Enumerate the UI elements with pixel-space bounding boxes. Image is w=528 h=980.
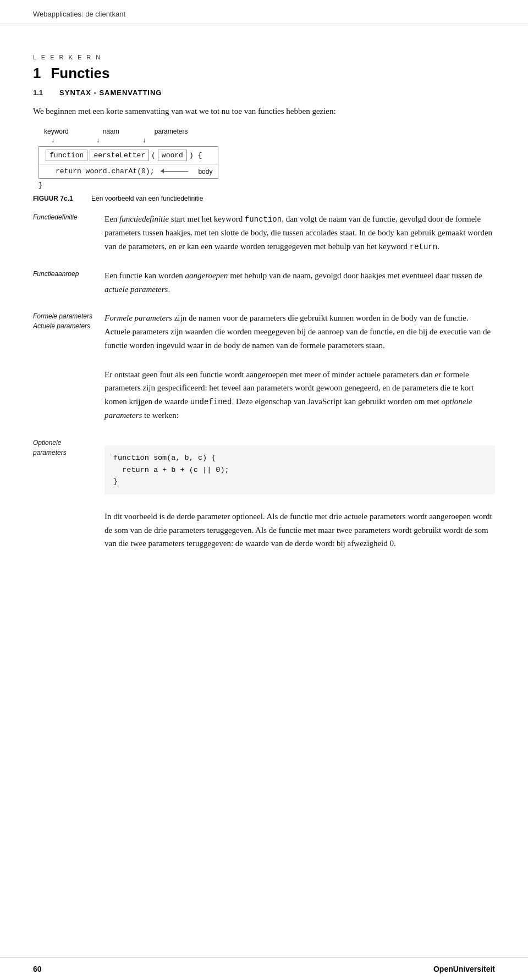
figure-caption: FIGUUR 7c.1 Een voorbeeld van een functi…	[33, 195, 495, 202]
subsection-title: SYNTAX - SAMENVATTING	[59, 89, 162, 97]
code-line-2: return a + b + (c || 0);	[113, 466, 229, 474]
margin-label-optionele2: Optioneleparameters	[33, 438, 105, 502]
section-optionele: Er ontstaat geen fout als een functie wo…	[33, 368, 495, 430]
section-functieaanroep: Functieaanroep Een functie kan worden aa…	[33, 269, 495, 304]
spacer	[0, 566, 528, 957]
function-diagram: keyword naam parameters ↓ ↓ ↓ function e…	[33, 128, 495, 189]
margin-label-optionele	[33, 368, 105, 430]
section-num: 1	[33, 65, 41, 82]
footer-page-number: 60	[33, 965, 42, 973]
page-header: Webapplicaties: de clientkant	[0, 0, 528, 24]
margin-label-formele-actuele: Formele parameters Actuele parameters	[33, 311, 105, 360]
diagram-return-line: return woord.charAt(0);	[56, 167, 154, 175]
code-function: function	[245, 215, 282, 224]
margin-label-functieaanroep: Functieaanroep	[33, 269, 105, 304]
leerkern-label: L E E R K E R N	[33, 54, 495, 60]
full-content: Functiedefinitie Een functiedefinitie st…	[0, 212, 528, 566]
italic-actuele-params: actuele parameters	[105, 285, 168, 294]
section-formele-actuele: Formele parameters Actuele parameters Fo…	[33, 311, 495, 360]
diagram-arrow-left	[161, 171, 188, 172]
diagram-function-kw: function	[46, 150, 87, 161]
margin-optionele-label: Optioneleparameters	[33, 439, 67, 456]
margin-label-functiedefinitie: Functiedefinitie	[33, 212, 105, 261]
diagram-eerste-letter: eersteLetter	[90, 150, 149, 161]
diagram-parameters-arrow: ↓	[142, 136, 146, 144]
footer-brand: OpenUniversiteit	[433, 965, 495, 973]
diagram-naam-arrow: ↓	[96, 136, 100, 144]
section-code-block: Optioneleparameters function som(a, b, c…	[33, 438, 495, 502]
diagram-body-label: body	[198, 168, 212, 175]
optionele-text-para1: Er ontstaat geen fout als een functie wo…	[105, 368, 495, 430]
diagram-keyword-label: keyword	[44, 128, 69, 135]
diagram-close-paren-brace: ) {	[189, 151, 202, 159]
figure-number: FIGUUR 7c.1	[33, 195, 73, 202]
diagram-open-paren: (	[151, 151, 156, 159]
section-final-para: In dit voorbeeld is de derde parameter o…	[33, 510, 495, 558]
code-undefined: undefined	[190, 398, 232, 406]
header-title: Webapplicaties: de clientkant	[33, 10, 125, 18]
code-line-3: }	[113, 477, 118, 486]
diagram-woord: woord	[158, 150, 187, 161]
code-block-som: function som(a, b, c) { return a + b + (…	[105, 445, 495, 494]
section-title: Functies	[51, 65, 109, 82]
italic-functiedefinitie: functiedefinitie	[119, 214, 169, 223]
code-block-col: function som(a, b, c) { return a + b + (…	[105, 438, 495, 502]
final-para-text: In dit voorbeeld is de derde parameter o…	[105, 510, 495, 558]
subsection-num: 1.1	[33, 89, 43, 97]
diagram-parameters-label: parameters	[155, 128, 188, 135]
code-return: return	[410, 243, 437, 251]
italic-aangeroepen: aangeroepen	[185, 271, 228, 280]
diagram-naam-label: naam	[103, 128, 119, 135]
intro-text: We beginnen met een korte samenvatting v…	[33, 104, 495, 118]
italic-formele-params: Formele parameters	[105, 313, 172, 322]
functiedefinitie-text: Een functiedefinitie start met het keywo…	[105, 212, 495, 261]
formele-actuele-text: Formele parameters zijn de namen voor de…	[105, 311, 495, 360]
diagram-keyword-arrow: ↓	[51, 136, 54, 144]
functieaanroep-text: Een functie kan worden aangeroepen met b…	[105, 269, 495, 304]
code-line-1: function som(a, b, c) {	[113, 454, 216, 462]
figure-caption-text: Een voorbeeld van een functiedefinitie	[91, 195, 203, 202]
italic-optionele: optionele parameters	[105, 397, 472, 420]
section-functiedefinitie: Functiedefinitie Een functiedefinitie st…	[33, 212, 495, 261]
page-footer: 60 OpenUniversiteit	[0, 957, 528, 980]
diagram-close-brace: }	[33, 181, 495, 189]
top-section: L E E R K E R N 1 Functies 1.1 SYNTAX - …	[0, 24, 528, 212]
margin-label-final	[33, 510, 105, 558]
